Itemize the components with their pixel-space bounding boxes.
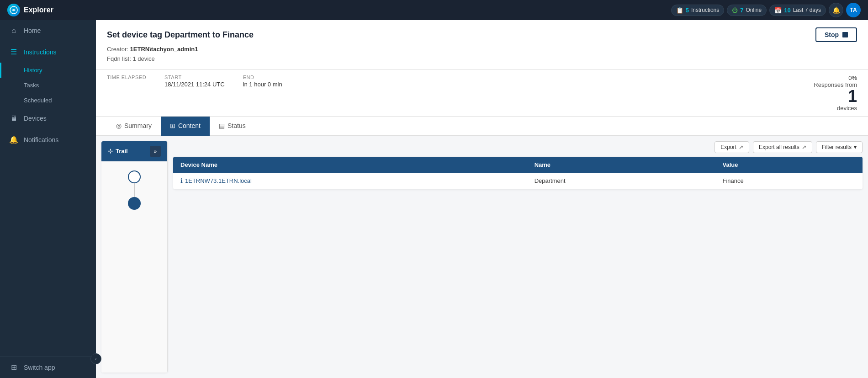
- table-toolbar: Export ↗ Export all results ↗ Filter res…: [173, 141, 863, 153]
- table-row: ℹ 1ETRNW73.1ETRN.local Department Financ…: [173, 173, 863, 189]
- trail-panel: ⊹ Trail »: [101, 141, 168, 373]
- tab-summary[interactable]: ◎ Summary: [107, 117, 161, 136]
- col-device-name: Device Name: [173, 157, 527, 173]
- end-label: End: [243, 75, 282, 80]
- home-icon: ⌂: [9, 27, 18, 35]
- device-link[interactable]: ℹ 1ETRNW73.1ETRN.local: [180, 177, 520, 184]
- trail-icon: ⊹: [108, 148, 113, 154]
- history-label: Last 7 days: [793, 7, 821, 13]
- export-label: Export: [720, 144, 736, 150]
- sidebar-instructions-label: Instructions: [24, 48, 57, 56]
- cell-device-name: ℹ 1ETRNW73.1ETRN.local: [173, 173, 527, 189]
- switch-app-icon: ⊞: [9, 363, 18, 372]
- col-name: Name: [527, 157, 715, 173]
- table-header-row: Device Name Name Value: [173, 157, 863, 173]
- export-button[interactable]: Export ↗: [715, 141, 749, 153]
- sidebar-collapse-button[interactable]: ‹: [90, 353, 101, 364]
- history-badge[interactable]: 📅 10 Last 7 days: [769, 5, 826, 16]
- table-section: Export ↗ Export all results ↗ Filter res…: [168, 136, 868, 378]
- switch-app-button[interactable]: ⊞ Switch app: [0, 357, 96, 378]
- percent-value: 0%: [848, 75, 857, 81]
- instructions-label: Instructions: [691, 7, 719, 13]
- top-navigation: Explorer 📋 5 Instructions ⏻ 7 Online 📅 1…: [0, 0, 868, 20]
- tab-content[interactable]: ⊞ Content: [161, 117, 210, 136]
- content-icon: ⊞: [170, 122, 175, 129]
- instruction-header: Set device tag Department to Finance Sto…: [96, 20, 868, 70]
- sidebar-item-home[interactable]: ⌂ Home: [0, 20, 96, 41]
- trail-node-start: [128, 170, 141, 183]
- trail-node-end: [128, 197, 141, 210]
- export-all-button[interactable]: Export all results ↗: [753, 141, 812, 153]
- stats-bar: Time elapsed Start 18/11/2021 11:24 UTC …: [96, 70, 868, 117]
- cell-name: Department: [527, 173, 715, 189]
- sidebar: ⌂ Home ☰ Instructions History Tasks Sche…: [0, 20, 96, 378]
- sidebar-history-label: History: [24, 67, 42, 74]
- creator-label: Creator:: [107, 46, 128, 53]
- sidebar-bottom: ⊞ Switch app: [0, 356, 96, 378]
- tab-status[interactable]: ▤ Status: [210, 117, 255, 136]
- tabs-bar: ◎ Summary ⊞ Content ▤ Status: [96, 117, 868, 136]
- filter-chevron-icon: ▾: [854, 144, 857, 150]
- user-avatar[interactable]: TA: [846, 3, 861, 17]
- trail-body: [101, 161, 167, 373]
- end-value: in 1 hour 0 min: [243, 81, 282, 88]
- trail-line: [134, 183, 135, 197]
- stop-label: Stop: [825, 31, 839, 38]
- app-logo: Explorer: [7, 4, 671, 16]
- start-label: Start: [164, 75, 225, 80]
- trail-header: ⊹ Trail »: [101, 141, 167, 161]
- tab-summary-label: Summary: [124, 122, 152, 129]
- logo-icon: [7, 4, 20, 16]
- tab-status-label: Status: [228, 122, 246, 129]
- cell-value: Finance: [715, 173, 863, 189]
- instructions-badge[interactable]: 📋 5 Instructions: [671, 5, 725, 16]
- sidebar-home-label: Home: [24, 27, 41, 34]
- time-elapsed-group: Time elapsed: [107, 75, 146, 80]
- history-count: 10: [784, 7, 790, 14]
- sidebar-scheduled-label: Scheduled: [24, 97, 52, 104]
- stop-button[interactable]: Stop: [815, 27, 857, 42]
- notifications-button[interactable]: 🔔: [829, 3, 843, 17]
- stop-icon: [842, 32, 848, 37]
- start-value: 18/11/2021 11:24 UTC: [164, 81, 225, 88]
- summary-icon: ◎: [116, 122, 122, 129]
- trail-chevron-button[interactable]: »: [150, 146, 161, 157]
- online-badge[interactable]: ⏻ 7 Online: [727, 5, 767, 16]
- main-layout: ⌂ Home ☰ Instructions History Tasks Sche…: [0, 20, 868, 378]
- sidebar-subitem-scheduled[interactable]: Scheduled: [0, 93, 96, 108]
- instruction-title: Set device tag Department to Finance: [107, 30, 254, 40]
- sidebar-devices-label: Devices: [24, 115, 47, 122]
- notifications-sidebar-icon: 🔔: [9, 135, 18, 144]
- export-icon: ↗: [739, 144, 743, 150]
- sidebar-item-instructions[interactable]: ☰ Instructions: [0, 41, 96, 63]
- instruction-meta: Creator: 1ETRN\tachyon_admin1 Fqdn list:…: [107, 45, 857, 64]
- responses-devices: devices: [837, 105, 857, 112]
- topnav-right: 📋 5 Instructions ⏻ 7 Online 📅 10 Last 7 …: [671, 3, 861, 17]
- instruction-title-row: Set device tag Department to Finance Sto…: [107, 27, 857, 42]
- sidebar-subitem-history[interactable]: History: [0, 63, 96, 78]
- col-value: Value: [715, 157, 863, 173]
- results-table: Device Name Name Value ℹ 1ETRNW73.1ETRN.…: [173, 157, 863, 189]
- sidebar-notifications-label: Notifications: [24, 136, 58, 144]
- trail-header-left: ⊹ Trail: [108, 148, 128, 154]
- trail-table-area: ⊹ Trail » Export ↗: [96, 136, 868, 378]
- responses-block: 0% Responses from 1 devices: [814, 75, 857, 112]
- start-group: Start 18/11/2021 11:24 UTC: [164, 75, 225, 88]
- filter-label: Filter results: [822, 144, 852, 150]
- status-icon: ▤: [219, 122, 225, 129]
- fqdn-label: Fqdn list:: [107, 55, 131, 62]
- online-count: 7: [740, 7, 743, 14]
- app-name: Explorer: [24, 6, 53, 14]
- sidebar-item-notifications[interactable]: 🔔 Notifications: [0, 129, 96, 150]
- online-label: Online: [746, 7, 762, 13]
- time-elapsed-label: Time elapsed: [107, 75, 146, 80]
- sidebar-subitem-tasks[interactable]: Tasks: [0, 78, 96, 93]
- sidebar-item-devices[interactable]: 🖥 Devices: [0, 108, 96, 129]
- export-all-icon: ↗: [802, 144, 806, 150]
- instructions-count: 5: [686, 7, 689, 14]
- filter-button[interactable]: Filter results ▾: [816, 141, 863, 153]
- export-all-label: Export all results: [759, 144, 799, 150]
- switch-app-label: Switch app: [24, 364, 55, 371]
- sidebar-tasks-label: Tasks: [24, 82, 39, 89]
- end-group: End in 1 hour 0 min: [243, 75, 282, 88]
